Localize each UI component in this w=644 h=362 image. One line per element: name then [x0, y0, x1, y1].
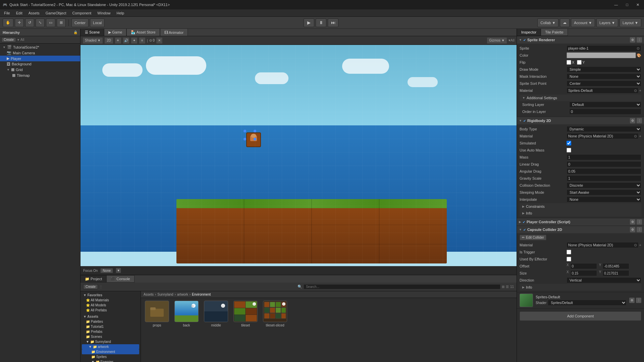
is-trigger-checkbox[interactable]: [567, 250, 571, 254]
hier-item-camera[interactable]: 📷 Main Camera: [0, 50, 80, 56]
rb-mat-icon[interactable]: ⊙: [634, 134, 637, 138]
pc-check[interactable]: ✔: [523, 220, 525, 224]
tab-inspector[interactable]: Inspector: [517, 29, 541, 36]
color-value[interactable]: [567, 52, 636, 58]
rb-mat-add[interactable]: +: [639, 134, 641, 138]
pc-settings-icon[interactable]: ⚙: [630, 219, 635, 225]
asset-environment[interactable]: 📁 Environment: [82, 349, 139, 354]
cloud-button[interactable]: ☁: [560, 18, 570, 27]
flip-x-checkbox[interactable]: [567, 60, 571, 65]
hier-item-player[interactable]: ▶ Player: [0, 56, 80, 61]
interpolate-select[interactable]: None: [567, 196, 641, 202]
asset-sprites[interactable]: 📁 Sprites: [82, 354, 139, 359]
menu-assets[interactable]: Assets: [26, 10, 42, 16]
layers-button[interactable]: Layers ▼: [596, 18, 618, 27]
sprite-renderer-header[interactable]: ▼ ✔ Sprite Renderer ⚙ ⋮: [517, 36, 644, 44]
menu-gameobject[interactable]: GameObject: [43, 10, 69, 16]
breadcrumb-artwork[interactable]: artwork: [177, 293, 188, 296]
flip-y-checkbox[interactable]: [577, 60, 582, 65]
file-item-tileset[interactable]: ▶ tileset: [232, 301, 259, 327]
add-component-button[interactable]: Add Component: [520, 311, 641, 321]
focus-none-btn[interactable]: None: [100, 268, 113, 273]
material-value[interactable]: Sprites-Default ⊙: [567, 87, 639, 94]
asset-scenes[interactable]: 📁 Scenes: [82, 334, 139, 339]
sr-check[interactable]: ✔: [523, 38, 526, 42]
project-view-icons[interactable]: ⊞: [502, 285, 504, 289]
mat-add-icon[interactable]: +: [639, 88, 641, 93]
asset-tutorial1[interactable]: 📁 Tutorial1: [82, 324, 139, 329]
flip-x[interactable]: X: [567, 60, 574, 65]
hier-item-grid[interactable]: ▼ ▦ Grid: [0, 67, 80, 72]
2d-mode-btn[interactable]: 2D: [104, 37, 113, 44]
file-item-middle[interactable]: ▶ middle: [203, 301, 229, 327]
flip-y[interactable]: Y: [577, 60, 585, 65]
collab-button[interactable]: Collab ▼: [537, 18, 558, 27]
mask-select[interactable]: None: [567, 73, 641, 79]
gravity-scale-input[interactable]: [567, 175, 641, 181]
titlebar-controls[interactable]: — □ ✕: [612, 3, 641, 7]
linear-drag-input[interactable]: [567, 161, 641, 167]
rb2d-check[interactable]: ✔: [523, 119, 526, 123]
close-button[interactable]: ✕: [634, 3, 641, 7]
asset-sunnyland[interactable]: ▼ 📁 Sunnyland: [82, 339, 139, 344]
color-picker-icon[interactable]: 🎨: [637, 53, 641, 58]
tab-asset-store[interactable]: 🏪 Asset Store: [126, 28, 160, 36]
draw-mode-select[interactable]: Simple: [567, 66, 641, 72]
tool-scale[interactable]: ⤡: [36, 18, 45, 27]
body-type-select[interactable]: Dynamic: [567, 126, 641, 132]
shading-mode-btn[interactable]: Shaded ▼: [83, 37, 103, 44]
menu-file[interactable]: File: [1, 10, 13, 16]
menu-edit[interactable]: Edit: [13, 10, 25, 16]
minimize-button[interactable]: —: [612, 3, 620, 7]
breadcrumb-assets[interactable]: Assets: [144, 293, 154, 296]
used-by-effector-checkbox[interactable]: [567, 257, 571, 261]
size-x-input[interactable]: [570, 270, 597, 276]
asset-enemies[interactable]: ▼ 📁 Enemies: [82, 359, 139, 362]
gizmos-btn[interactable]: Gizmos ▼: [487, 37, 507, 44]
additional-settings-header[interactable]: ▼ Additional Settings: [520, 95, 641, 101]
file-item-tileset-sliced[interactable]: ▶ tileset-sliced: [262, 301, 288, 327]
pc-header[interactable]: ▶ ✔ Player Controller (Script) ⚙ ⋮: [517, 218, 644, 226]
cc-more-icon[interactable]: ⋮: [637, 227, 642, 232]
scene-fx-btn[interactable]: ✦: [131, 37, 138, 44]
project-search-input[interactable]: [304, 284, 500, 289]
tab-project[interactable]: 📁 Project: [80, 275, 106, 283]
tool-transform[interactable]: ⊞: [57, 18, 66, 27]
direction-select[interactable]: Vertical: [567, 277, 641, 283]
angular-drag-input[interactable]: [567, 168, 641, 174]
breadcrumb-sunnyland[interactable]: Sunnyland: [157, 293, 173, 296]
scene-audio-btn[interactable]: 🔊: [123, 37, 129, 44]
maximize-button[interactable]: □: [624, 3, 630, 7]
project-options[interactable]: ⋮: [99, 285, 103, 289]
coll-det-select[interactable]: Discrete: [567, 182, 641, 188]
pc-more-icon[interactable]: ⋮: [637, 219, 642, 225]
tool-move[interactable]: ✛: [15, 18, 24, 27]
scene-view[interactable]: Tilemap Focus On None ▼: [80, 45, 517, 275]
rb-info-header[interactable]: ▶ Info: [520, 210, 641, 217]
tool-hand[interactable]: ✋: [3, 18, 13, 27]
cc-check[interactable]: ✔: [523, 228, 526, 232]
sr-settings-icon[interactable]: ⚙: [630, 37, 635, 43]
asset-prefabs[interactable]: 📁 Prefabs: [82, 329, 139, 334]
rb2d-more-icon[interactable]: ⋮: [637, 118, 642, 123]
mat-settings-icon[interactable]: ⚙: [629, 298, 635, 303]
simulated-checkbox[interactable]: [567, 141, 571, 145]
fav-prefabs[interactable]: ⭐ All Prefabs: [82, 308, 139, 313]
cc-mat-add[interactable]: +: [639, 243, 641, 247]
offset-x-input[interactable]: [570, 263, 597, 269]
hier-item-background[interactable]: 🖼 Background: [0, 61, 80, 67]
sr-more-icon[interactable]: ⋮: [637, 37, 642, 43]
shader-select[interactable]: Sprites/Default: [548, 300, 627, 306]
hier-item-scene[interactable]: ▼ 🎬 TutorialScene2*: [0, 44, 80, 50]
cc-settings-icon[interactable]: ⚙: [630, 227, 635, 232]
tab-scene[interactable]: ☰ Scene: [80, 28, 104, 36]
file-item-back[interactable]: ▶ back: [173, 301, 200, 327]
size-y-input[interactable]: [602, 270, 629, 276]
fav-materials[interactable]: ⭐ All Materials: [82, 298, 139, 303]
tab-game[interactable]: ▶ Game: [104, 28, 126, 36]
tool-rect[interactable]: ▭: [46, 18, 55, 27]
scene-view-options[interactable]: ≡: [139, 37, 146, 44]
offset-y-input[interactable]: [602, 263, 629, 269]
play-button[interactable]: ▶: [304, 18, 314, 27]
center-local-toggle[interactable]: Center: [71, 18, 89, 27]
